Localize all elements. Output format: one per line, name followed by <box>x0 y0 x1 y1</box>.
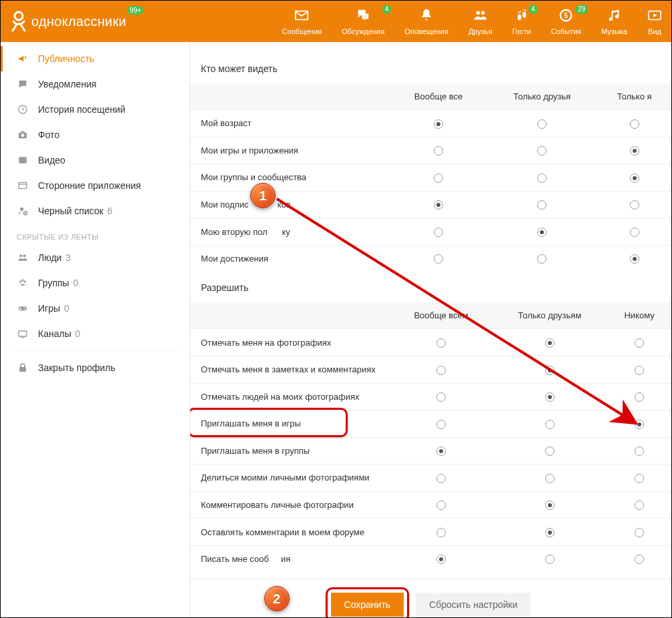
history-icon <box>17 103 29 115</box>
radio-option[interactable] <box>545 501 555 510</box>
radio-option[interactable] <box>436 501 446 510</box>
reset-button[interactable]: Сбросить настройки <box>416 593 531 617</box>
nav-guests[interactable]: Гости 4 <box>513 6 531 35</box>
radio-option[interactable] <box>537 228 547 237</box>
radio-option[interactable] <box>630 174 639 183</box>
sidebar-item-photo[interactable]: Фото <box>1 122 190 147</box>
setting-label: Мою вторую пол ку <box>190 218 390 246</box>
setting-row: Приглашать меня в игры <box>190 410 671 438</box>
sidebar-item-label: Игры 0 <box>38 303 69 314</box>
radio-option[interactable] <box>635 420 644 429</box>
sidebar-item-apps[interactable]: Сторонние приложения <box>1 173 190 198</box>
nav-alerts[interactable]: Оповещения <box>404 6 448 35</box>
radio-option[interactable] <box>635 555 644 564</box>
column-header: Только я <box>597 83 671 110</box>
setting-row: Мою вторую пол ку <box>190 218 671 246</box>
radio-option[interactable] <box>545 528 555 537</box>
radio-option[interactable] <box>434 174 443 183</box>
svg-point-33 <box>25 309 26 310</box>
brand[interactable]: одноклассники 99+ <box>10 10 126 33</box>
radio-option[interactable] <box>537 174 547 183</box>
radio-option[interactable] <box>635 338 644 348</box>
radio-option[interactable] <box>436 392 446 402</box>
feet-icon <box>515 6 529 25</box>
radio-option[interactable] <box>635 474 644 483</box>
sidebar-item-notifications[interactable]: Уведомления <box>1 71 190 97</box>
setting-label: Мои группы и сообщества <box>190 164 390 192</box>
svg-point-21 <box>20 208 23 211</box>
mail-icon <box>294 6 309 25</box>
radio-option[interactable] <box>635 392 644 402</box>
radio-option[interactable] <box>434 200 443 210</box>
save-button[interactable]: Сохранить <box>331 593 404 617</box>
sidebar-item-games[interactable]: Игры 0 <box>1 296 190 321</box>
nav-label: Вид <box>648 27 661 35</box>
radio-option[interactable] <box>434 146 443 156</box>
nav-video[interactable]: Вид <box>647 6 662 35</box>
radio-option[interactable] <box>436 420 446 429</box>
radio-option[interactable] <box>635 528 644 537</box>
svg-rect-17 <box>19 157 20 163</box>
radio-option[interactable] <box>545 366 555 375</box>
radio-option[interactable] <box>630 119 639 129</box>
svg-rect-19 <box>19 182 27 188</box>
sidebar-item-history[interactable]: История посещений <box>1 97 190 122</box>
section-title-allow: Разрешить <box>190 272 671 302</box>
setting-label: Отмечать меня в заметках и комментариях <box>190 356 390 383</box>
nav-events[interactable]: 5 События 29 <box>551 6 581 35</box>
sidebar-item-label: Сторонние приложения <box>38 180 141 191</box>
radio-option[interactable] <box>436 528 446 537</box>
radio-option[interactable] <box>537 254 547 264</box>
nav-discuss[interactable]: Обсуждения 4 <box>342 6 384 35</box>
radio-option[interactable] <box>545 392 555 402</box>
music-icon <box>607 6 622 25</box>
radio-option[interactable] <box>545 474 555 483</box>
radio-option[interactable] <box>545 338 555 348</box>
radio-option[interactable] <box>436 338 446 348</box>
radio-option[interactable] <box>434 228 443 237</box>
radio-option[interactable] <box>434 119 443 129</box>
ok-logo-icon <box>10 10 27 33</box>
tv-icon <box>17 328 29 340</box>
radio-option[interactable] <box>537 119 547 129</box>
radio-option[interactable] <box>436 446 446 456</box>
sidebar-item-videos[interactable]: Видео <box>1 147 190 173</box>
radio-option[interactable] <box>545 420 555 429</box>
column-header: Вообще всем <box>390 302 492 329</box>
radio-option[interactable] <box>436 366 446 375</box>
radio-option[interactable] <box>545 555 555 564</box>
radio-option[interactable] <box>436 474 446 483</box>
radio-option[interactable] <box>434 254 443 264</box>
sidebar-item-people[interactable]: Люди 3 <box>1 245 190 270</box>
sidebar-item-label: Каналы 0 <box>38 328 80 339</box>
svg-point-14 <box>21 133 25 137</box>
svg-point-27 <box>24 280 26 282</box>
nav-music[interactable]: Музыка <box>601 6 627 35</box>
sidebar-item-groups[interactable]: Группы 0 <box>1 270 190 296</box>
radio-option[interactable] <box>635 366 644 375</box>
sidebar-item-blacklist[interactable]: Черный список 6 <box>1 198 190 224</box>
sidebar-lock-profile[interactable]: Закрыть профиль <box>1 355 190 380</box>
nav-badge: 4 <box>382 5 392 14</box>
radio-option[interactable] <box>545 446 555 456</box>
setting-label: Мой возраст <box>190 110 390 137</box>
radio-option[interactable] <box>537 200 547 210</box>
radio-option[interactable] <box>630 200 639 210</box>
setting-label: Комментировать личные фотографии <box>190 491 390 519</box>
svg-point-0 <box>15 12 23 20</box>
radio-option[interactable] <box>635 501 644 510</box>
sidebar-item-channels[interactable]: Каналы 0 <box>1 321 190 346</box>
radio-option[interactable] <box>635 446 644 456</box>
radio-option[interactable] <box>630 146 639 156</box>
radio-option[interactable] <box>630 228 639 237</box>
svg-rect-18 <box>25 157 27 163</box>
svg-point-1 <box>476 11 480 15</box>
setting-label: Писать мне сооб ия <box>190 545 390 572</box>
radio-option[interactable] <box>630 254 639 264</box>
radio-option[interactable] <box>537 146 547 156</box>
nav-messages[interactable]: Сообщения <box>282 6 322 35</box>
sidebar-item-publicity[interactable]: Публичность <box>1 46 190 71</box>
radio-option[interactable] <box>436 555 446 564</box>
sidebar-item-label: Черный список 6 <box>38 206 113 216</box>
nav-friends[interactable]: Друзья <box>468 6 492 35</box>
